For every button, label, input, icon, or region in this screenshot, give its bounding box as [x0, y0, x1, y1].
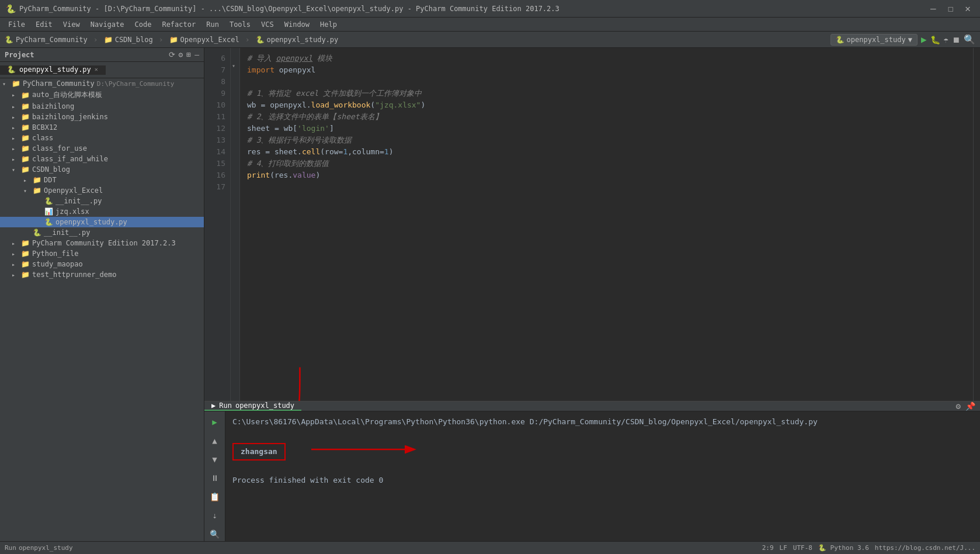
line-num-13: 13	[204, 134, 230, 146]
tree-label-pycharm-edition: PyCharm Community Edition 2017.2.3	[32, 239, 176, 247]
bottom-pin-icon[interactable]: 📌	[965, 401, 975, 411]
fold-btn-10[interactable]	[231, 95, 239, 106]
fold-btn-12[interactable]	[231, 118, 239, 130]
line-num-15: 15	[204, 158, 230, 169]
coverage-button[interactable]: ☂	[944, 35, 948, 44]
line-num-16: 16	[204, 169, 230, 181]
tree-item-class-if-and-while[interactable]: 📁 class_if_and_while	[0, 154, 204, 164]
nav-csdn-blog[interactable]: 📁 CSDN_blog	[104, 36, 153, 44]
code-editor[interactable]: 6 7 8 9 10 11 12 13 14 15 16 17 ▾	[204, 48, 980, 401]
nav-openpyxl-excel[interactable]: 📁 Openpyxl_Excel	[169, 36, 239, 44]
tree-item-init-py2[interactable]: 🐍 __init__.py	[0, 227, 204, 238]
run-down-button[interactable]: ▼	[210, 452, 219, 466]
tree-item-root[interactable]: 📁 PyCharm_Community D:\PyCharm_Community	[0, 78, 204, 89]
panel-icon-expand[interactable]: ⊞	[186, 50, 191, 59]
tree-item-study-maopao[interactable]: 📁 study_maopao	[0, 259, 204, 269]
menu-navigate[interactable]: Navigate	[86, 19, 129, 30]
tree-item-pycharm-edition[interactable]: 📁 PyCharm Community Edition 2017.2.3	[0, 238, 204, 248]
app-window: 🐍 PyCharm_Community - [D:\PyCharm_Commun…	[0, 0, 980, 554]
bottom-panel: ▶ Run openpyxl_study ⚙ 📌 ▶	[204, 401, 980, 541]
tree-folder-icon-study-maopao: 📁	[21, 260, 30, 268]
tab-close-button[interactable]: ✕	[95, 66, 98, 72]
project-tree: 📁 PyCharm_Community D:\PyCharm_Community…	[0, 78, 204, 541]
menu-window[interactable]: Window	[280, 19, 314, 30]
nav-pycharm-community[interactable]: 🐍 PyCharm_Community	[5, 36, 88, 44]
panel-icon-close[interactable]: —	[194, 50, 199, 59]
run-scroll-button[interactable]: ⇣	[210, 508, 219, 522]
tree-item-bcbx12[interactable]: 📁 BCBX12	[0, 122, 204, 133]
run-up-button[interactable]: ▲	[210, 434, 219, 448]
panel-icon-gear[interactable]: ⚙	[179, 50, 183, 59]
line-num-7: 7	[204, 64, 230, 76]
tree-item-init-py1[interactable]: 🐍 __init__.py	[0, 196, 204, 206]
window-controls: — ☐ ✕	[927, 3, 974, 14]
code-line-16: print(res.value)	[247, 169, 973, 181]
search-everywhere-button[interactable]: 🔍	[964, 34, 975, 45]
minimize-button[interactable]: —	[927, 3, 940, 14]
debug-button[interactable]: 🐛	[930, 35, 940, 44]
title-bar: 🐍 PyCharm_Community - [D:\PyCharm_Commun…	[0, 0, 980, 18]
status-python-version: 🐍 Python 3.6	[818, 544, 869, 552]
menu-vcs[interactable]: VCS	[256, 19, 279, 30]
fold-btn-8[interactable]	[231, 71, 239, 83]
tree-item-class[interactable]: 📁 class	[0, 133, 204, 143]
run-panel-content: ▶ ▲ ▼ ⏸ 📋 ⇣ 🔍 ✕ ✕ ? C:\Users\86176\AppDa…	[204, 411, 980, 541]
menu-code[interactable]: Code	[130, 19, 157, 30]
tree-label-python-file: Python_file	[32, 250, 78, 258]
tree-label-class-if-and-while: class_if_and_while	[32, 155, 108, 163]
tree-item-openpyxl-excel[interactable]: 📁 Openpyxl_Excel	[0, 185, 204, 196]
close-button[interactable]: ✕	[961, 3, 974, 14]
menu-help[interactable]: Help	[315, 19, 342, 30]
bottom-settings-icon[interactable]: ⚙	[956, 401, 961, 411]
editor-scrollbar[interactable]	[973, 48, 980, 401]
tree-item-baizhilong-jenkins[interactable]: 📁 baizhilong_jenkins	[0, 112, 204, 122]
fold-btn-14[interactable]	[231, 141, 239, 153]
panel-icon-sync[interactable]: ⟳	[169, 50, 175, 59]
menu-file[interactable]: File	[4, 19, 30, 30]
fold-btn-15[interactable]	[231, 153, 239, 165]
bottom-tab-list: ▶ Run openpyxl_study	[204, 401, 301, 411]
fold-btn-11[interactable]	[231, 106, 239, 118]
menu-run[interactable]: Run	[201, 19, 224, 30]
menu-tools[interactable]: Tools	[225, 19, 255, 30]
tree-item-test-httprunner[interactable]: 📁 test_httprunner_demo	[0, 269, 204, 280]
run-filter-button[interactable]: 🔍	[207, 527, 222, 541]
fold-btn-16[interactable]	[231, 165, 239, 176]
menu-view[interactable]: View	[58, 19, 85, 30]
tree-label-init-py2: __init__.py	[44, 228, 90, 237]
bottom-tab-run[interactable]: ▶ Run openpyxl_study	[204, 401, 301, 411]
nav-study-py[interactable]: 🐍 openpyxl_study.py	[256, 36, 339, 44]
tree-item-auto[interactable]: 📁 auto_自动化脚本模板	[0, 89, 204, 101]
menu-edit[interactable]: Edit	[31, 19, 57, 30]
app-icon: 🐍	[6, 4, 16, 13]
tree-label-baizhilong-jenkins: baizhilong_jenkins	[32, 113, 108, 121]
tree-item-openpyxl-study[interactable]: 🐍 openpyxl_study.py	[0, 217, 204, 227]
tree-label-jzq-xlsx: jzq.xlsx	[55, 207, 89, 216]
editor-section: Project ⟳ ⚙ ⊞ — 🐍 openpyxl_study.py ✕	[0, 48, 980, 541]
tree-item-class-for-use[interactable]: 📁 class_for_use	[0, 143, 204, 154]
menu-refactor[interactable]: Refactor	[157, 19, 200, 30]
maximize-button[interactable]: ☐	[944, 3, 957, 14]
run-button[interactable]: ▶	[921, 34, 927, 45]
tree-item-csdn-blog[interactable]: 📁 CSDN_blog	[0, 164, 204, 175]
run-config-dropdown: ▼	[908, 36, 912, 44]
tree-item-jzq-xlsx[interactable]: 📊 jzq.xlsx	[0, 206, 204, 217]
fold-btn-7[interactable]: ▾	[231, 60, 239, 71]
tree-arrow-study-maopao	[12, 261, 21, 268]
fold-btn-13[interactable]	[231, 130, 239, 141]
stop-button[interactable]: ⏹	[952, 35, 960, 44]
run-tab-label: Run	[219, 401, 232, 410]
fold-btn-9[interactable]	[231, 83, 239, 95]
tree-item-baizhilong[interactable]: 📁 baizhilong	[0, 101, 204, 112]
run-dump-button[interactable]: 📋	[207, 490, 222, 504]
tree-item-ddt[interactable]: 📁 DDT	[0, 175, 204, 185]
tab-openpyxl-study[interactable]: 🐍 openpyxl_study.py ✕	[0, 65, 106, 75]
code-lines[interactable]: # 导入 openpyxl 模块 import openpyxl # 1、将指定…	[240, 48, 973, 401]
run-config-box[interactable]: 🐍 openpyxl_study ▼	[830, 34, 918, 46]
fold-btn-17[interactable]	[231, 176, 239, 188]
tree-item-python-file[interactable]: 📁 Python_file	[0, 248, 204, 259]
fold-btn-6[interactable]	[231, 48, 239, 60]
code-kw-import: import	[247, 64, 279, 76]
run-rerun-button[interactable]: ▶	[210, 415, 219, 429]
run-pause-button[interactable]: ⏸	[208, 471, 221, 485]
